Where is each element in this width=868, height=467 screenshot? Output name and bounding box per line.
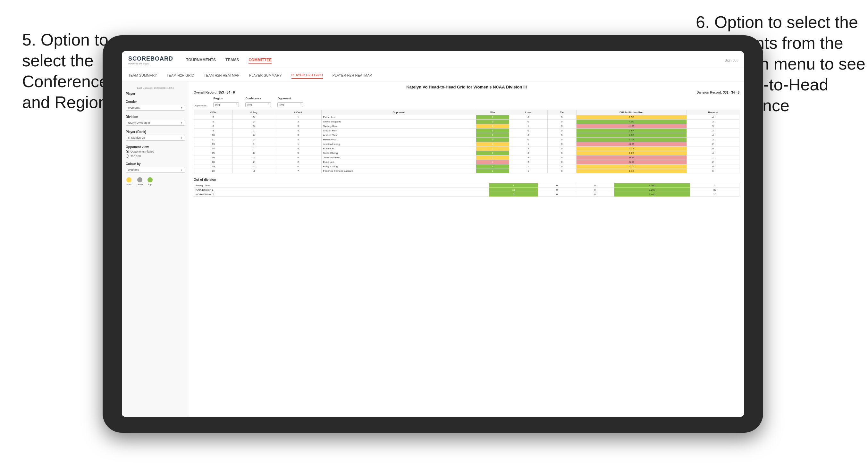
cell-win: 0 <box>476 160 509 164</box>
cell-rounds: 4 <box>686 151 739 155</box>
grid-area: Katelyn Vo Head-to-Head Grid for Women's… <box>189 82 744 417</box>
nav-tournaments[interactable]: TOURNAMENTS <box>186 56 216 64</box>
cell-win: 1 <box>476 137 509 142</box>
cell-rounds: 4 <box>686 115 739 120</box>
out-of-division-table: Foreign Team 1 0 0 4.500 2 NAIA Division… <box>194 183 739 197</box>
sidebar-colour-label: Colour by <box>126 162 185 166</box>
ood-cell-tie: 0 <box>576 188 614 192</box>
table-row: 10 6 3 Andrea York 2 0 0 4.00 4 <box>194 133 739 137</box>
cell-conf: 1 <box>275 142 321 147</box>
cell-diff: 3.67 <box>576 128 686 133</box>
sub-nav-team-h2h-heatmap[interactable]: TEAM H2H HEATMAP <box>204 72 240 79</box>
nav-teams[interactable]: TEAMS <box>225 56 239 64</box>
table-row: 13 1 1 Jessica Huang 1 1 0 -3.00 2 <box>194 142 739 147</box>
ood-cell-win: 5 <box>489 192 538 197</box>
cell-opponent: Sydney Kuo <box>321 124 476 128</box>
sub-nav-player-h2h-grid[interactable]: PLAYER H2H GRID <box>291 72 323 79</box>
table-row: 18 2 2 Euna Lee 0 2 0 -5.00 2 <box>194 160 739 164</box>
cell-diff: 4.00 <box>576 133 686 137</box>
cell-tie: 0 <box>547 164 576 169</box>
filter-opponent-wrapper: (All) <box>277 101 303 107</box>
color-down: Down <box>126 177 132 186</box>
nav-committee[interactable]: COMMITTEE <box>248 56 272 64</box>
ood-table-row: NAIA Division 1 15 0 0 9.267 30 <box>194 188 739 192</box>
cell-rounds: 3 <box>686 124 739 128</box>
filter-conference-select[interactable]: (All) <box>245 102 271 107</box>
cell-opponent: Eunice Yi <box>321 147 476 151</box>
cell-div: 5 <box>194 120 233 124</box>
table-row: 14 7 4 Eunice Yi 2 2 0 0.38 9 <box>194 147 739 151</box>
sidebar-gender-select[interactable]: Women's <box>126 105 185 111</box>
cell-div: 20 <box>194 169 233 174</box>
cell-win: 1 <box>476 115 509 120</box>
cell-diff: -3.00 <box>576 142 686 147</box>
th-opponent: Opponent <box>321 110 476 115</box>
cell-tie: 0 <box>547 160 576 164</box>
cell-win: 2 <box>476 147 509 151</box>
filter-group-opponents: Opponents: <box>194 104 207 107</box>
radio-dot-top100 <box>126 155 129 158</box>
cell-opponent: Jessica Huang <box>321 142 476 147</box>
sign-out-link[interactable]: Sign out <box>725 58 738 62</box>
cell-conf: 3 <box>275 124 321 128</box>
cell-diff: -0.94 <box>576 155 686 160</box>
cell-div: 13 <box>194 142 233 147</box>
cell-reg: 2 <box>233 137 275 142</box>
last-updated: Last Updated: 27/03/2024 16:44 <box>126 87 185 89</box>
overall-record: Overall Record: 353 - 34 - 6 <box>194 91 235 94</box>
cell-rounds: 4 <box>686 133 739 137</box>
cell-tie: 0 <box>547 133 576 137</box>
sidebar-gender-label: Gender <box>126 100 185 103</box>
radio-opponents-played[interactable]: Opponents Played <box>126 150 185 153</box>
color-label-down: Down <box>126 183 132 186</box>
sidebar-player-rank-select[interactable]: 8. Katelyn Vo <box>126 135 185 141</box>
ood-cell-loss: 0 <box>538 183 576 188</box>
ood-table-row: Foreign Team 1 0 0 4.500 2 <box>194 183 739 188</box>
cell-opponent: Emily Chang <box>321 164 476 169</box>
cell-loss: 1 <box>509 124 547 128</box>
cell-opponent: Sharon Mun <box>321 128 476 133</box>
ood-cell-rounds: 2 <box>690 183 739 188</box>
sub-nav-player-h2h-heatmap[interactable]: PLAYER H2H HEATMAP <box>333 72 372 79</box>
ood-cell-diff: 4.500 <box>614 183 690 188</box>
color-level: Level <box>136 177 143 186</box>
sidebar-division-select[interactable]: NCAA Division III <box>126 120 185 126</box>
table-row: 15 8 5 Stella Cheng 1 0 0 1.25 4 <box>194 151 739 155</box>
cell-rounds: 11 <box>686 164 739 169</box>
cell-tie: 0 <box>547 155 576 160</box>
ood-cell-rounds: 10 <box>690 192 739 197</box>
filter-region-select[interactable]: (All) <box>213 102 239 107</box>
cell-conf: 7 <box>275 169 321 174</box>
table-row: 5 2 2 Alexis Sudjianto 1 0 0 4.00 3 <box>194 120 739 124</box>
filter-region-wrapper: (All) <box>213 101 239 107</box>
color-dot-down <box>126 177 131 182</box>
sub-nav-player-summary[interactable]: PLAYER SUMMARY <box>249 72 282 79</box>
filter-region-label: Region <box>213 97 239 100</box>
ood-cell-loss: 0 <box>538 192 576 197</box>
logo-subtext: Powered by clippd <box>128 62 173 65</box>
cell-rounds: 3 <box>686 137 739 142</box>
cell-win: 1 <box>476 124 509 128</box>
cell-conf: 5 <box>275 137 321 142</box>
cell-conf: 6 <box>275 164 321 169</box>
tablet-screen: SCOREBOARD Powered by clippd TOURNAMENTS… <box>122 51 744 417</box>
division-record: Division Record: 331 - 34 - 6 <box>697 91 739 94</box>
sidebar-colour-select[interactable]: Win/loss <box>126 167 185 173</box>
cell-conf: 2 <box>275 160 321 164</box>
cell-loss: 2 <box>509 155 547 160</box>
cell-tie: 0 <box>547 169 576 174</box>
cell-div: 11 <box>194 137 233 142</box>
cell-rounds: 7 <box>686 155 739 160</box>
filter-opponent-label: Opponent <box>277 97 303 100</box>
header-right: Sign out <box>725 58 738 62</box>
filter-opponent-select[interactable]: (All) <box>277 102 303 107</box>
th-reg: # Reg <box>233 110 275 115</box>
cell-rounds: 3 <box>686 120 739 124</box>
radio-top-100[interactable]: Top 100 <box>126 155 185 158</box>
sub-nav-team-h2h-grid[interactable]: TEAM H2H GRID <box>167 72 194 79</box>
out-of-division-header: Out of division <box>194 178 739 181</box>
color-dot-level <box>137 177 143 182</box>
cell-reg: 2 <box>233 160 275 164</box>
ood-cell-tie: 0 <box>576 192 614 197</box>
sub-nav-team-summary[interactable]: TEAM SUMMARY <box>128 72 157 79</box>
